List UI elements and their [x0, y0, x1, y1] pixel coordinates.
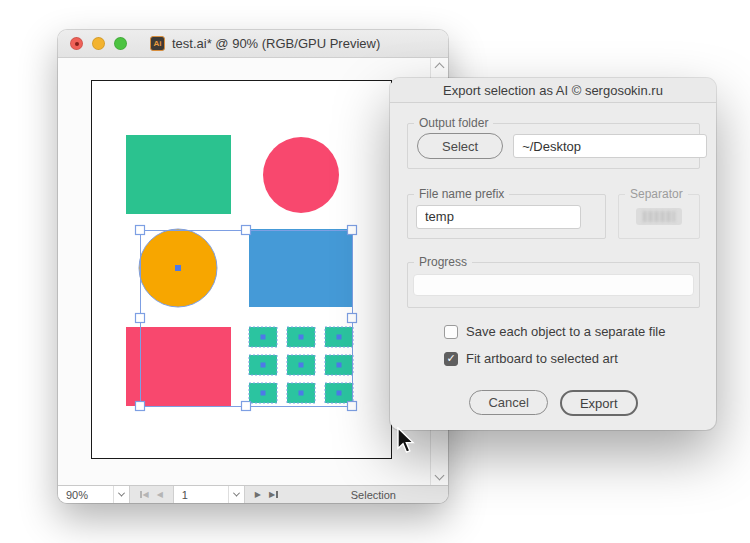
checkbox[interactable] [444, 325, 458, 339]
checkbox-label: Save each object to a separate file [466, 324, 665, 339]
checkbox-row[interactable]: Save each object to a separate file [444, 324, 700, 339]
separator-group: Separator [618, 194, 700, 239]
anchor-point[interactable] [261, 363, 266, 368]
zoom-window-button[interactable] [114, 37, 127, 50]
anchor-point[interactable] [299, 335, 304, 340]
selection-handle[interactable] [136, 314, 145, 323]
document-icon: Ai [150, 36, 165, 51]
file-name-prefix-input[interactable] [416, 205, 581, 229]
pink-square[interactable] [126, 327, 231, 406]
close-button[interactable] [70, 37, 83, 50]
checkbox-list: Save each object to a separate file✓Fit … [444, 324, 700, 366]
output-folder-legend: Output folder [414, 116, 493, 130]
status-bar: 90% ◀ ◀ 1 ▶ ▶ Selection [58, 485, 448, 503]
selection-handle[interactable] [136, 226, 145, 235]
anchor-point[interactable] [261, 391, 266, 396]
scroll-up-icon[interactable] [435, 63, 445, 73]
selection-handle[interactable] [242, 402, 251, 411]
next-page-button[interactable]: ▶ [251, 486, 265, 503]
progress-bar [413, 274, 694, 296]
selection-handle[interactable] [136, 402, 145, 411]
selection-handle[interactable] [348, 314, 357, 323]
dialog-body: Output folder Select File name prefix Se… [390, 103, 716, 430]
selection-handle[interactable] [242, 226, 251, 235]
output-path-input[interactable] [513, 134, 707, 158]
separator-disabled-input [636, 208, 682, 225]
dialog-title: Export selection as AI © sergosokin.ru [443, 83, 663, 98]
dialog-titlebar[interactable]: Export selection as AI © sergosokin.ru [390, 78, 716, 103]
tool-status: Selection [351, 486, 396, 503]
anchor-point[interactable] [337, 391, 342, 396]
selection-handle[interactable] [348, 402, 357, 411]
selection-handle[interactable] [348, 226, 357, 235]
zoom-select[interactable]: 90% [58, 486, 130, 503]
export-button[interactable]: Export [560, 390, 638, 416]
cancel-button[interactable]: Cancel [469, 390, 547, 415]
anchor-point[interactable] [299, 391, 304, 396]
zoom-value: 90% [58, 489, 113, 501]
checkbox-label: Fit artboard to selected art [466, 351, 618, 366]
mouse-cursor-icon [396, 427, 416, 455]
progress-legend: Progress [414, 255, 472, 269]
pink-circle[interactable] [263, 137, 339, 213]
checkbox[interactable]: ✓ [444, 352, 458, 366]
prefix-separator-row: File name prefix Separator [407, 194, 700, 239]
page-value: 1 [174, 489, 228, 501]
file-name-prefix-legend: File name prefix [414, 187, 509, 201]
last-page-button[interactable]: ▶ [265, 486, 282, 503]
window-title: test.ai* @ 90% (RGB/GPU Preview) [172, 36, 380, 51]
anchor-point[interactable] [337, 363, 342, 368]
screen: Ai test.ai* @ 90% (RGB/GPU Preview) 90% … [0, 0, 750, 543]
blue-square[interactable] [249, 229, 353, 307]
scroll-down-icon[interactable] [435, 471, 445, 481]
select-folder-button[interactable]: Select [417, 133, 503, 159]
file-name-prefix-group: File name prefix [407, 194, 606, 239]
output-folder-group: Output folder Select [407, 123, 700, 169]
window-titlebar[interactable]: Ai test.ai* @ 90% (RGB/GPU Preview) [58, 30, 448, 58]
dialog-buttons: Cancel Export [407, 390, 700, 418]
first-page-button[interactable]: ◀ [136, 486, 153, 503]
anchor-point[interactable] [299, 363, 304, 368]
checkbox-row[interactable]: ✓Fit artboard to selected art [444, 351, 700, 366]
canvas-svg[interactable] [58, 58, 430, 485]
anchor-point[interactable] [337, 335, 342, 340]
chevron-down-icon[interactable] [229, 492, 244, 497]
chevron-down-icon[interactable] [114, 492, 129, 497]
page-select[interactable]: 1 [173, 486, 245, 503]
separator-legend: Separator [625, 187, 688, 201]
progress-group: Progress [407, 262, 700, 308]
minimize-button[interactable] [92, 37, 105, 50]
green-rectangle[interactable] [126, 135, 231, 214]
anchor-point[interactable] [261, 335, 266, 340]
anchor-point[interactable] [175, 265, 181, 271]
previous-page-button[interactable]: ◀ [153, 486, 167, 503]
export-dialog: Export selection as AI © sergosokin.ru O… [390, 78, 716, 430]
